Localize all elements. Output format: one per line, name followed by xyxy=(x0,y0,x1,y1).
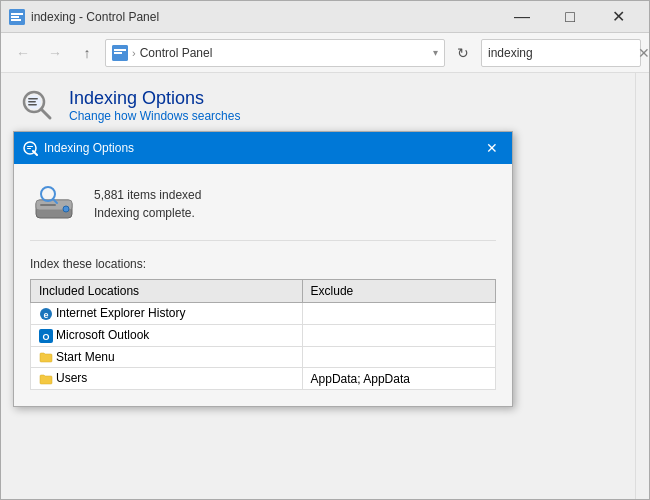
window-title: indexing - Control Panel xyxy=(31,10,499,24)
svg-rect-11 xyxy=(28,101,36,103)
search-input[interactable] xyxy=(488,46,638,60)
address-icon xyxy=(112,45,128,61)
svg-text:e: e xyxy=(43,310,48,320)
dialog-status: 5,881 items indexed Indexing complete. xyxy=(30,180,496,241)
maximize-button[interactable]: □ xyxy=(547,3,593,31)
svg-rect-2 xyxy=(11,16,19,18)
dialog-body: 5,881 items indexed Indexing complete. I… xyxy=(14,164,512,406)
location-cell: eInternet Explorer History xyxy=(31,303,303,325)
column-included: Included Locations xyxy=(31,280,303,303)
up-button[interactable]: ↑ xyxy=(73,39,101,67)
table-row: Start Menu xyxy=(31,346,496,368)
column-exclude: Exclude xyxy=(302,280,495,303)
minimize-button[interactable]: — xyxy=(499,3,545,31)
page-header-icon xyxy=(17,85,57,125)
svg-line-14 xyxy=(33,151,37,155)
back-button[interactable]: ← xyxy=(9,39,37,67)
dialog-status-icon xyxy=(30,180,78,228)
exclude-cell xyxy=(302,324,495,346)
svg-rect-6 xyxy=(114,52,122,54)
address-text: Control Panel xyxy=(140,46,429,60)
close-button[interactable]: ✕ xyxy=(595,3,641,31)
table-row: eInternet Explorer History xyxy=(31,303,496,325)
search-box[interactable]: ✕ xyxy=(481,39,641,67)
dialog-status-text: 5,881 items indexed Indexing complete. xyxy=(94,188,201,220)
page-header-info: Indexing Options Change how Windows sear… xyxy=(69,88,240,123)
exclude-cell xyxy=(302,303,495,325)
svg-rect-3 xyxy=(11,19,21,21)
address-separator: › xyxy=(132,47,136,59)
window-controls: — □ ✕ xyxy=(499,3,641,31)
exclude-cell: AppData; AppData xyxy=(302,368,495,390)
window-icon xyxy=(9,9,25,25)
svg-rect-5 xyxy=(114,49,126,51)
forward-button[interactable]: → xyxy=(41,39,69,67)
locations-label: Index these locations: xyxy=(30,257,496,271)
dialog-icon xyxy=(22,140,38,156)
svg-rect-20 xyxy=(40,204,56,206)
svg-rect-12 xyxy=(28,104,37,106)
svg-rect-15 xyxy=(27,146,33,147)
location-cell: Users xyxy=(31,368,303,390)
dialog-close-button[interactable]: ✕ xyxy=(480,136,504,160)
table-row: UsersAppData; AppData xyxy=(31,368,496,390)
location-cell: Start Menu xyxy=(31,346,303,368)
nav-bar: ← → ↑ › Control Panel ▾ ↻ ✕ xyxy=(1,33,649,73)
page-subtitle-link[interactable]: Change how Windows searches xyxy=(69,109,240,123)
page-title: Indexing Options xyxy=(69,88,240,109)
svg-text:O: O xyxy=(42,332,49,342)
dialog-title-bar: Indexing Options ✕ xyxy=(14,132,512,164)
main-window: indexing - Control Panel — □ ✕ ← → ↑ › C… xyxy=(0,0,650,500)
search-clear-icon[interactable]: ✕ xyxy=(638,45,650,61)
refresh-button[interactable]: ↻ xyxy=(449,39,477,67)
table-row: OMicrosoft Outlook xyxy=(31,324,496,346)
location-cell: OMicrosoft Outlook xyxy=(31,324,303,346)
items-indexed: 5,881 items indexed xyxy=(94,188,201,202)
scrollbar[interactable] xyxy=(635,73,649,499)
page-header: Indexing Options Change how Windows sear… xyxy=(17,85,633,125)
svg-point-19 xyxy=(63,206,69,212)
svg-rect-10 xyxy=(28,98,38,100)
indexing-options-dialog: Indexing Options ✕ xyxy=(13,131,513,407)
locations-table: Included Locations Exclude eInternet Exp… xyxy=(30,279,496,390)
address-chevron-icon: ▾ xyxy=(433,47,438,58)
svg-line-9 xyxy=(41,109,50,118)
exclude-cell xyxy=(302,346,495,368)
dialog-title: Indexing Options xyxy=(44,141,480,155)
title-bar: indexing - Control Panel — □ ✕ xyxy=(1,1,649,33)
svg-rect-1 xyxy=(11,13,23,15)
address-bar[interactable]: › Control Panel ▾ xyxy=(105,39,445,67)
indexing-status: Indexing complete. xyxy=(94,206,201,220)
svg-rect-16 xyxy=(27,148,31,149)
